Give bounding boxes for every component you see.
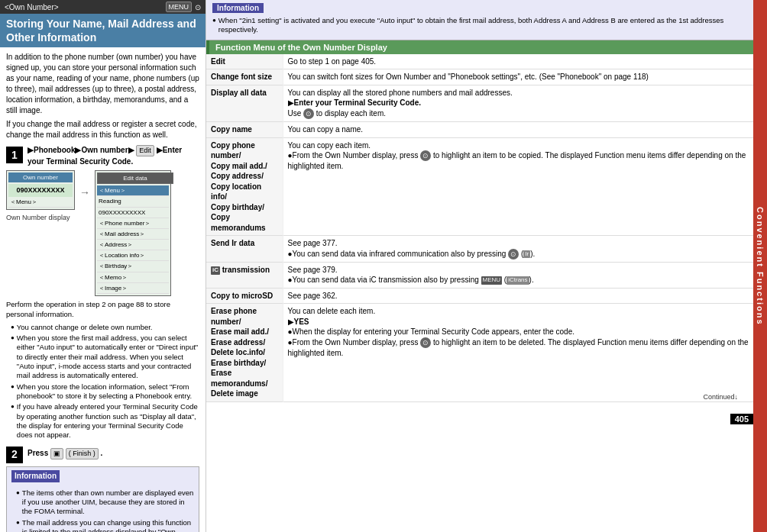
function-menu-table: Edit Go to step 1 on page 405. Change fo… bbox=[206, 54, 753, 402]
left-column: <Own Number> MENU ⊙ Storing Your Name, M… bbox=[0, 0, 206, 532]
table-row: Send Ir data See page 377. ●You can send… bbox=[206, 236, 753, 263]
right-info-bullet: When "2in1 setting" is activated and you… bbox=[212, 16, 747, 35]
table-row: Erase phone number/Erase mail add./Erase… bbox=[206, 304, 753, 402]
phone-screen: Own number 090XXXXXXXX ＜Menu＞ bbox=[6, 170, 75, 210]
right-column: Information When "2in1 setting" is activ… bbox=[206, 0, 767, 532]
table-cell-desc: You can delete each item. ▶YES ●When the… bbox=[283, 304, 753, 402]
edit-screen: Edit data ＜Menu＞ Reading 090XXXXXXXXX ＜P… bbox=[95, 170, 171, 296]
table-cell-label: Erase phone number/Erase mail add./Erase… bbox=[206, 304, 283, 402]
circle-icon3: ⊙ bbox=[508, 249, 519, 260]
table-row: iC transmission See page 379. ●You can s… bbox=[206, 262, 753, 288]
camera-icon: ⊙ bbox=[195, 3, 201, 11]
own-number-title: <Own Number> bbox=[5, 3, 59, 11]
intro-paragraph2: If you change the mail address or regist… bbox=[6, 119, 199, 140]
table-cell-label: Display all data bbox=[206, 85, 283, 121]
table-cell-desc: See page 377. ●You can send data via inf… bbox=[283, 236, 753, 263]
right-info-title: Information bbox=[212, 3, 264, 13]
screen-label: Own Number display bbox=[6, 213, 75, 223]
edit-row-phone: ＜Phone number＞ bbox=[97, 218, 169, 229]
table-cell-desc: You can copy each item. ●From the Own Nu… bbox=[283, 137, 753, 236]
period: . bbox=[101, 449, 103, 457]
ir-btn: Ir bbox=[523, 250, 530, 259]
arrow-indicator: → bbox=[79, 185, 90, 201]
info-bullet-2: The mail address you can change using th… bbox=[16, 518, 194, 532]
table-cell-desc: You can copy a name. bbox=[283, 122, 753, 138]
edit-row-number: 090XXXXXXXXX bbox=[97, 208, 169, 218]
left-body: In addition to the phone number (own num… bbox=[0, 47, 206, 532]
page-wrapper: Information When "2in1 setting" is activ… bbox=[206, 0, 767, 532]
step1-bullets: You cannot change or delete own number. … bbox=[11, 323, 199, 440]
step2-number: 2 bbox=[6, 447, 23, 463]
right-info-box: Information When "2in1 setting" is activ… bbox=[206, 0, 753, 40]
edit-row-location: ＜Location info＞ bbox=[97, 250, 169, 261]
table-cell-desc: See page 379. ●You can send data via iC … bbox=[283, 262, 753, 288]
bullet-item-4: If you have already entered your Termina… bbox=[11, 402, 199, 440]
phone-number-display: 090XXXXXXXX bbox=[8, 184, 73, 197]
table-row: Edit Go to step 1 on page 405. bbox=[206, 54, 753, 69]
page-number: 405 bbox=[730, 414, 753, 424]
table-cell-label: Change font size bbox=[206, 69, 283, 85]
step2-row: 2 Press ▣ ( Finish ) . bbox=[6, 445, 199, 463]
table-cell-label: Send Ir data bbox=[206, 236, 283, 263]
table-row: Change font size You can switch font siz… bbox=[206, 69, 753, 85]
table-cell-label: Copy phone number/Copy mail add./Copy ad… bbox=[206, 137, 283, 236]
sidebar-label: Convenient Functions bbox=[753, 0, 767, 532]
table-row: Copy to microSD See page 362. bbox=[206, 288, 753, 304]
info-bullets: The items other than own number are disp… bbox=[16, 488, 194, 532]
circle-icon2: ⊙ bbox=[420, 150, 431, 161]
circle-icon4: ⊙ bbox=[420, 337, 431, 348]
bullet-item-3: When you store the location information,… bbox=[11, 382, 199, 401]
ictrans-btn: iCtrans bbox=[506, 276, 529, 285]
table-cell-label: Edit bbox=[206, 54, 283, 69]
edit-button[interactable]: Edit bbox=[136, 145, 154, 156]
edit-screen-title: Edit data bbox=[97, 172, 173, 184]
table-cell-label: Copy to microSD bbox=[206, 288, 283, 304]
table-row: Display all data You can display all the… bbox=[206, 85, 753, 121]
edit-row-image: ＜Image＞ bbox=[97, 283, 169, 294]
screen-row-menu: ＜Menu＞ bbox=[8, 197, 73, 208]
menu-btn: MENU bbox=[481, 276, 503, 285]
table-cell-label: Copy name bbox=[206, 122, 283, 138]
step1-instruction: ▶Phonebook▶Own number▶ bbox=[28, 146, 134, 154]
function-menu-section: Function Menu of the Own Number Display … bbox=[206, 40, 753, 402]
table-cell-label: iC transmission bbox=[206, 262, 283, 288]
step1-desc: Perform the operation in step 2 on page … bbox=[6, 299, 199, 320]
phone-screen-title: Own number bbox=[8, 172, 73, 182]
step2-content: Press ▣ ( Finish ) . bbox=[28, 448, 199, 459]
info-box-left: Information The items other than own num… bbox=[6, 466, 199, 532]
bullet-item-2: When you store the first mail address, y… bbox=[11, 334, 199, 381]
circle-icon: ⊙ bbox=[303, 108, 314, 119]
table-cell-desc: You can display all the stored phone num… bbox=[283, 85, 753, 121]
continued-label: Continued↓ bbox=[206, 393, 738, 401]
table-cell-desc: See page 362. bbox=[283, 288, 753, 304]
table-row: Copy name You can copy a name. bbox=[206, 122, 753, 138]
left-header: <Own Number> MENU ⊙ bbox=[0, 0, 206, 14]
table-cell-desc: Go to step 1 on page 405. bbox=[283, 54, 753, 69]
edit-row-birthday: ＜Birthday＞ bbox=[97, 261, 169, 272]
page-title: Storing Your Name, Mail Address and Othe… bbox=[0, 14, 206, 47]
edit-row-mail: ＜Mail address＞ bbox=[97, 229, 169, 240]
press-label: Press bbox=[28, 449, 50, 457]
step1-number: 1 bbox=[6, 147, 23, 163]
screen-area: Own number 090XXXXXXXX ＜Menu＞ Own Number… bbox=[6, 170, 199, 296]
ic-menu-icon: iC bbox=[211, 266, 220, 275]
info-bullet-1: The items other than own number are disp… bbox=[16, 488, 194, 517]
info-box-title: Information bbox=[11, 470, 60, 482]
finish-label: ( Finish ) bbox=[66, 448, 99, 459]
function-menu-title: Function Menu of the Own Number Display bbox=[206, 40, 753, 54]
table-cell-desc: You can switch font sizes for Own Number… bbox=[283, 69, 753, 85]
edit-row-menu: ＜Menu＞ bbox=[97, 185, 169, 196]
step1-content: ▶Phonebook▶Own number▶ Edit ▶Enter your … bbox=[28, 145, 199, 167]
edit-row-memo: ＜Memo＞ bbox=[97, 272, 169, 283]
bullet-item-1: You cannot change or delete own number. bbox=[11, 323, 199, 332]
menu-icon[interactable]: MENU bbox=[166, 2, 193, 12]
step1-row: 1 ▶Phonebook▶Own number▶ Edit ▶Enter you… bbox=[6, 145, 199, 167]
edit-row-reading: Reading bbox=[97, 196, 169, 207]
finish-button[interactable]: ▣ bbox=[50, 448, 63, 459]
intro-paragraph: In addition to the phone number (own num… bbox=[6, 52, 199, 116]
table-row: Copy phone number/Copy mail add./Copy ad… bbox=[206, 137, 753, 236]
edit-row-address: ＜Address＞ bbox=[97, 240, 169, 250]
right-info-content: When "2in1 setting" is activated and you… bbox=[212, 16, 747, 35]
